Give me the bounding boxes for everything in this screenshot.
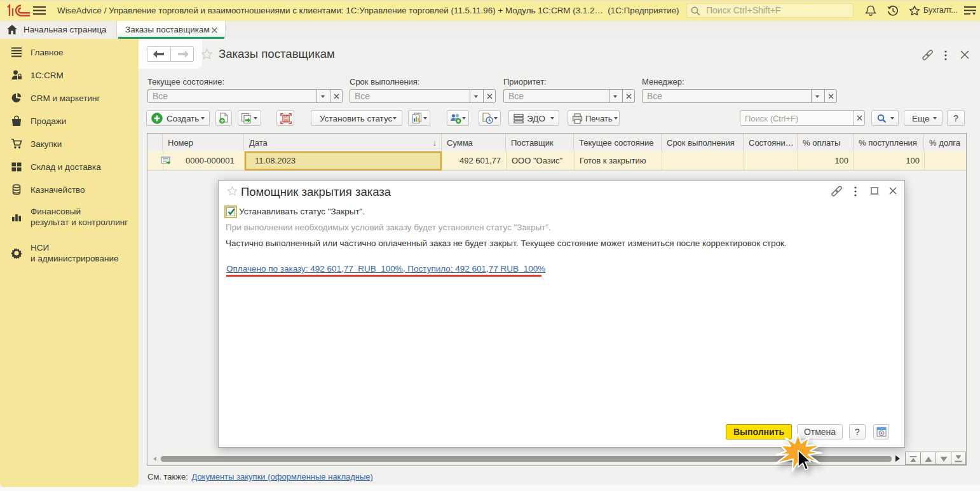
svg-text:1С: 1С: [283, 115, 288, 119]
